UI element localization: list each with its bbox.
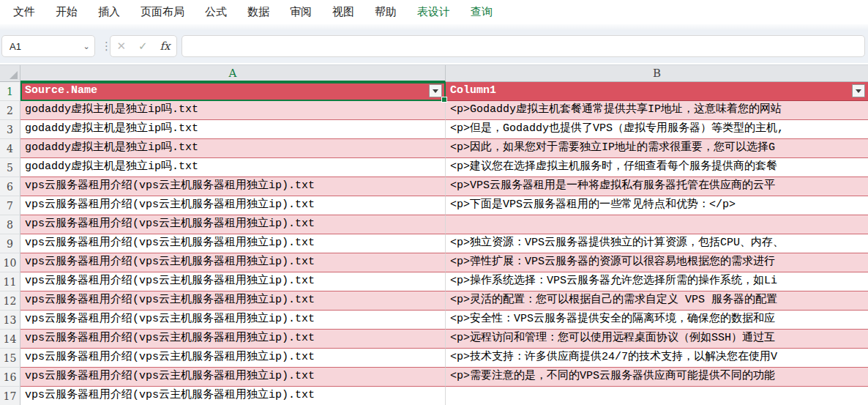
- column-header-a[interactable]: A: [20, 65, 446, 82]
- cell-column1[interactable]: <p>弹性扩展：VPS云服务器的资源可以很容易地根据您的需求进行: [446, 253, 868, 272]
- cell-source-name[interactable]: godaddy虚拟主机是独立ip吗.txt: [20, 139, 446, 158]
- table-row: 16 vps云服务器租用介绍(vps云主机服务器租用独立ip).txt <p>需…: [0, 368, 868, 387]
- cell-source-name[interactable]: vps云服务器租用介绍(vps云主机服务器租用独立ip).txt: [20, 177, 446, 196]
- table-row: 12 vps云服务器租用介绍(vps云主机服务器租用独立ip).txt <p>灵…: [0, 291, 868, 311]
- table-row: 14 vps云服务器租用介绍(vps云主机服务器租用独立ip).txt <p>远…: [0, 330, 868, 349]
- menu-bar: 文件开始插入页面布局公式数据审阅视图帮助表设计查询: [0, 0, 868, 24]
- row-number[interactable]: 8: [0, 215, 20, 234]
- cell-column1[interactable]: [446, 387, 868, 405]
- row-number[interactable]: 6: [0, 177, 20, 196]
- row-number[interactable]: 12: [0, 291, 20, 311]
- cell-source-name[interactable]: godaddy虚拟主机是独立ip吗.txt: [20, 101, 446, 120]
- row-number[interactable]: 14: [0, 330, 20, 349]
- table-row: 13 vps云服务器租用介绍(vps云主机服务器租用独立ip).txt <p>安…: [0, 311, 868, 330]
- cell-source-name[interactable]: vps云服务器租用介绍(vps云主机服务器租用独立ip).txt: [20, 387, 446, 405]
- row-number[interactable]: 10: [0, 253, 20, 272]
- header-source-name: Source.Name: [25, 84, 97, 97]
- row-number[interactable]: 7: [0, 196, 20, 215]
- cell-source-name[interactable]: vps云服务器租用介绍(vps云主机服务器租用独立ip).txt: [20, 349, 446, 368]
- menu-tab[interactable]: 审阅: [290, 5, 312, 19]
- row-number[interactable]: 11: [0, 272, 20, 291]
- row-number[interactable]: 5: [0, 158, 20, 177]
- enter-icon[interactable]: ✓: [138, 40, 148, 53]
- menu-tab[interactable]: 文件: [13, 5, 35, 19]
- cell-source-name[interactable]: vps云服务器租用介绍(vps云主机服务器租用独立ip).txt: [20, 215, 446, 234]
- cell-column1[interactable]: [446, 215, 868, 234]
- table-row: 2 godaddy虚拟主机是独立ip吗.txt <p>Godaddy虚拟主机套餐…: [0, 101, 868, 120]
- menu-tab[interactable]: 表设计: [417, 5, 450, 19]
- cell-source-name[interactable]: vps云服务器租用介绍(vps云主机服务器租用独立ip).txt: [20, 330, 446, 349]
- cell-source-name[interactable]: vps云服务器租用介绍(vps云主机服务器租用独立ip).txt: [20, 291, 446, 311]
- cell-column1[interactable]: <p>灵活的配置：您可以根据自己的需求自定义 VPS 服务器的配置: [446, 291, 868, 311]
- cell-column1[interactable]: <p>下面是VPS云服务器租用的一些常见特点和优势：</p>: [446, 196, 868, 215]
- cell-source-name[interactable]: vps云服务器租用介绍(vps云主机服务器租用独立ip).txt: [20, 311, 446, 330]
- cell-source-name[interactable]: vps云服务器租用介绍(vps云主机服务器租用独立ip).txt: [20, 234, 446, 253]
- cancel-icon[interactable]: ✕: [116, 40, 126, 53]
- filter-dropdown-button-a[interactable]: [429, 84, 442, 97]
- menu-tab[interactable]: 插入: [98, 5, 120, 19]
- row-number[interactable]: 1: [0, 82, 20, 101]
- filter-dropdown-icon: [856, 89, 861, 93]
- cell-column1[interactable]: <p>因此，如果您对于需要独立IP地址的需求很重要，您可以选择G: [446, 139, 868, 158]
- menu-tab[interactable]: 视图: [332, 5, 354, 19]
- cell-column1[interactable]: <p>远程访问和管理：您可以使用远程桌面协议（例如SSH）通过互: [446, 330, 868, 349]
- cell-column1[interactable]: <p>独立资源：VPS云服务器提供独立的计算资源，包括CPU、内存、: [446, 234, 868, 253]
- cell-column1[interactable]: <p>技术支持：许多供应商提供24/7的技术支持，以解决您在使用V: [446, 349, 868, 368]
- select-all-icon: [10, 71, 18, 79]
- formula-bar: A1 ⌄ ⋮ ✕ ✓ fx: [0, 30, 868, 63]
- cell-column1[interactable]: <p>安全性：VPS云服务器提供安全的隔离环境，确保您的数据和应: [446, 311, 868, 330]
- menu-tab[interactable]: 开始: [56, 5, 78, 19]
- table-row: 3 godaddy虚拟主机是独立ip吗.txt <p>但是，Godaddy也提供…: [0, 120, 868, 139]
- table-row: 11 vps云服务器租用介绍(vps云主机服务器租用独立ip).txt <p>操…: [0, 272, 868, 291]
- table-row: 17 vps云服务器租用介绍(vps云主机服务器租用独立ip).txt: [0, 387, 868, 405]
- row-number[interactable]: 9: [0, 234, 20, 253]
- cell-column1[interactable]: <p>建议您在选择虚拟主机服务时，仔细查看每个服务提供商的套餐: [446, 158, 868, 177]
- cell-source-name[interactable]: vps云服务器租用介绍(vps云主机服务器租用独立ip).txt: [20, 368, 446, 387]
- table-row: 6 vps云服务器租用介绍(vps云主机服务器租用独立ip).txt <p>VP…: [0, 177, 868, 196]
- row-number[interactable]: 4: [0, 139, 20, 158]
- cell-column1[interactable]: <p>操作系统选择：VPS云服务器允许您选择所需的操作系统，如Li: [446, 272, 868, 291]
- filter-dropdown-icon: [433, 89, 438, 93]
- chevron-down-icon[interactable]: ⌄: [78, 42, 94, 51]
- formula-input[interactable]: [182, 35, 865, 57]
- row-number[interactable]: 15: [0, 349, 20, 368]
- menu-tab[interactable]: 帮助: [375, 5, 397, 19]
- name-box[interactable]: A1 ⌄: [1, 35, 95, 57]
- column-headers: A B: [0, 64, 868, 82]
- menu-tab[interactable]: 公式: [205, 5, 227, 19]
- column-header-b[interactable]: B: [446, 65, 868, 82]
- table-row: 4 godaddy虚拟主机是独立ip吗.txt <p>因此，如果您对于需要独立I…: [0, 139, 868, 158]
- table-row: 5 godaddy虚拟主机是独立ip吗.txt <p>建议您在选择虚拟主机服务时…: [0, 158, 868, 177]
- ribbon-strip: [0, 24, 868, 30]
- cell-source-name[interactable]: vps云服务器租用介绍(vps云主机服务器租用独立ip).txt: [20, 272, 446, 291]
- table-row: 9 vps云服务器租用介绍(vps云主机服务器租用独立ip).txt <p>独立…: [0, 234, 868, 253]
- header-column1: Column1: [450, 84, 496, 97]
- menu-tab[interactable]: 页面布局: [141, 5, 184, 19]
- cell-source-name[interactable]: godaddy虚拟主机是独立ip吗.txt: [20, 158, 446, 177]
- table-header-row: 1 Source.Name Column1: [0, 82, 868, 101]
- cell-column1[interactable]: <p>Godaddy虚拟主机套餐通常提供共享IP地址，这意味着您的网站: [446, 101, 868, 120]
- cell-column1[interactable]: <p>VPS云服务器租用是一种将虚拟私有服务器托管在供应商的云平: [446, 177, 868, 196]
- rows-area: 1 Source.Name Column1 2 godaddy虚拟主机是独立ip…: [0, 82, 868, 405]
- cell-b1[interactable]: Column1: [446, 82, 868, 101]
- cell-column1[interactable]: <p>但是，Godaddy也提供了VPS（虚拟专用服务器）等类型的主机,: [446, 120, 868, 139]
- row-number[interactable]: 2: [0, 101, 20, 120]
- select-all-corner[interactable]: [0, 65, 20, 82]
- cell-source-name[interactable]: vps云服务器租用介绍(vps云主机服务器租用独立ip).txt: [20, 196, 446, 215]
- row-number[interactable]: 3: [0, 120, 20, 139]
- table-row: 7 vps云服务器租用介绍(vps云主机服务器租用独立ip).txt <p>下面…: [0, 196, 868, 215]
- cell-source-name[interactable]: vps云服务器租用介绍(vps云主机服务器租用独立ip).txt: [20, 253, 446, 272]
- cell-a1[interactable]: Source.Name: [20, 82, 446, 101]
- table-row: 15 vps云服务器租用介绍(vps云主机服务器租用独立ip).txt <p>技…: [0, 349, 868, 368]
- cell-source-name[interactable]: godaddy虚拟主机是独立ip吗.txt: [20, 120, 446, 139]
- menu-tab[interactable]: 数据: [247, 5, 269, 19]
- row-number[interactable]: 17: [0, 387, 20, 405]
- row-number[interactable]: 13: [0, 311, 20, 330]
- insert-function-icon[interactable]: fx: [160, 40, 171, 53]
- cell-column1[interactable]: <p>需要注意的是，不同的VPS云服务器供应商可能提供不同的功能: [446, 368, 868, 387]
- filter-dropdown-button-b[interactable]: [852, 84, 865, 97]
- table-row: 8 vps云服务器租用介绍(vps云主机服务器租用独立ip).txt: [0, 215, 868, 234]
- name-box-value: A1: [2, 41, 78, 52]
- menu-tab[interactable]: 查询: [471, 5, 493, 19]
- row-number[interactable]: 16: [0, 368, 20, 387]
